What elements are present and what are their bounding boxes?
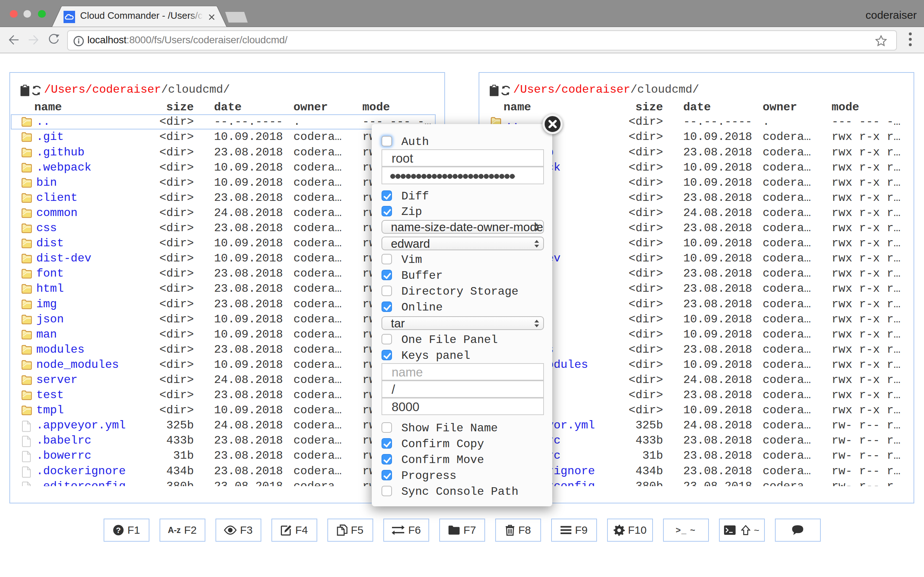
svg-text:?: ? xyxy=(116,526,121,535)
